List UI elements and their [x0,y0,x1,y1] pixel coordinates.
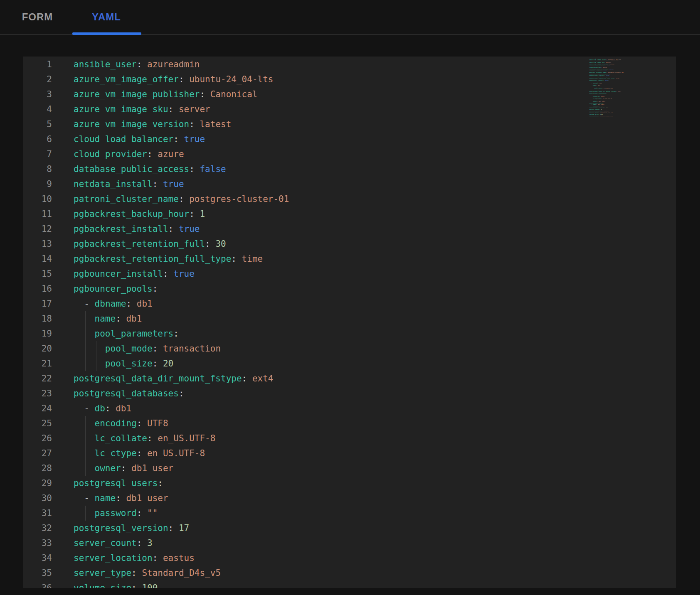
code-line[interactable]: 17 - dbname: db1 [23,296,676,311]
code-line[interactable]: 30 - name: db1_user [23,491,676,506]
line-number: 31 [23,506,74,521]
code-line[interactable]: 19 pool_parameters: [23,326,676,341]
code-line[interactable]: 11pgbackrest_backup_hour: 1 [23,207,676,221]
line-content: volume_size: 100 [74,580,676,588]
code-line[interactable]: 33server_count: 3 [23,536,676,551]
token-bool: true [604,70,607,71]
token-num: 3 [601,109,602,110]
indent-guide [85,416,86,431]
token-str: Canonical [210,89,258,99]
code-line[interactable]: 24 - db: db1 [23,401,676,416]
token-key: cloud_load_balancer [74,134,173,144]
code-line[interactable]: 34server_location: eastus [23,551,676,565]
token-punc: : [153,284,158,294]
indent-guide [85,326,86,341]
line-content: - name: db1_user [74,491,676,506]
token-key: netdata_install [589,70,602,71]
tab-form[interactable]: FORM [3,0,72,34]
token-key: pgbackrest_backup_hour [74,209,189,219]
code-line[interactable]: 1ansible_user: azureadmin [23,57,676,72]
line-content: pool_mode: transaction [74,341,676,356]
line-number: 5 [23,117,74,132]
indent-guide [75,431,75,446]
code-line[interactable]: 2azure_vm_image_offer: ubuntu-24_04-lts [23,72,676,87]
token-key: ansible_user [589,57,599,59]
token-num: 1 [609,74,610,75]
token-num: 100 [142,583,158,588]
code-line[interactable]: 28 owner: db1_user [23,461,676,476]
token-punc: : [137,538,147,548]
token-key: pgbouncer_install [589,80,604,81]
line-content: password: "" [74,506,676,521]
token-key: netdata_install [74,179,153,189]
token-bool: true [184,134,205,144]
token-key: patroni_cluster_name [74,194,179,204]
token-str: db1_user [126,493,168,503]
minimap[interactable]: ansible_user: azureadminazure_vm_image_o… [589,57,675,120]
code-line[interactable]: 16pgbouncer_pools: [23,281,676,296]
token-key: pool_parameters [95,329,174,339]
line-number: 11 [23,207,74,221]
token-str: ext4 [252,374,274,384]
token-key: postgresql_users [589,103,603,104]
token-num: 100 [600,114,603,115]
code-line[interactable]: 23postgresql_databases: [23,386,676,401]
token-key: postgresql_databases [74,388,179,398]
active-tab-indicator [72,32,141,35]
token-punc: : [153,179,163,189]
line-content: azure_vm_image_version: latest [74,117,676,132]
code-line[interactable]: 32postgresql_version: 17 [23,521,676,536]
line-number: 2 [23,72,74,87]
token-num: 17 [179,523,189,533]
code-line[interactable]: 7cloud_provider: azure [23,147,676,162]
line-content: pgbouncer_pools: [74,281,676,296]
line-content: lc_ctype: en_US.UTF-8 [74,446,676,461]
token-str: time [616,78,619,79]
code-line[interactable]: 6cloud_load_balancer: true [23,132,676,147]
line-number: 33 [23,536,74,551]
token-key: name [593,85,596,86]
token-punc: : [116,493,126,503]
code-line[interactable]: 13pgbackrest_retention_full: 30 [23,236,676,251]
code-line[interactable]: 20 pool_mode: transaction [23,341,676,356]
code-line[interactable]: 4azure_vm_image_sku: server [23,102,676,117]
indent-guide [75,311,75,326]
yaml-editor[interactable]: 1ansible_user: azureadmin2azure_vm_image… [23,57,676,588]
code-line[interactable]: 36volume_size: 100 [23,580,676,588]
token-key: azure_vm_image_offer [74,74,179,84]
code-line[interactable]: 12pgbackrest_install: true [23,221,676,236]
token-key: volume_type [589,116,599,117]
code-line[interactable]: 27 lc_ctype: en_US.UTF-8 [23,446,676,461]
code-line[interactable]: 9netdata_install: true [23,177,676,192]
line-content: patroni_cluster_name: postgres-cluster-0… [74,192,676,207]
code-line[interactable]: 8database_public_access: false [23,162,676,177]
token-key: name [95,493,116,503]
line-number: 3 [23,87,74,102]
code-line[interactable]: 35server_type: Standard_D4s_v5 [23,565,676,580]
code-line[interactable]: 31 password: "" [23,506,676,521]
line-number: 8 [23,162,74,177]
token-key: cloud_provider [589,67,601,68]
token-str: db1 [596,94,599,96]
token-punc: : [179,194,189,204]
code-line[interactable]: 22postgresql_data_dir_mount_fstype: ext4 [23,371,676,386]
tab-yaml[interactable]: YAML [72,0,141,34]
code-line[interactable]: 15pgbouncer_install: true [23,266,676,281]
code-line[interactable]: 29postgresql_users: [23,476,676,491]
code-line[interactable]: 10patroni_cluster_name: postgres-cluster… [23,192,676,207]
code-line[interactable]: 25 encoding: UTF8 [23,416,676,431]
code-line[interactable]: 5azure_vm_image_version: latest [23,117,676,132]
line-content: postgresql_databases: [74,386,676,401]
code-line[interactable]: 3azure_vm_image_publisher: Canonical [23,87,676,102]
token-key: server_location [589,111,602,112]
code-line[interactable]: 21 pool_size: 20 [23,356,676,371]
code-line[interactable]: 18 name: db1 [23,311,676,326]
token-key: server_type [589,112,599,113]
line-content: server_count: 3 [74,536,676,551]
token-key: pgbouncer_pools [74,284,153,294]
token-num: 17 [606,107,608,108]
code-line[interactable]: 14pgbackrest_retention_full_type: time [23,251,676,266]
token-punc: - [84,493,94,503]
token-key: azure_vm_image_offer [589,59,606,60]
code-line[interactable]: 26 lc_collate: en_US.UTF-8 [23,431,676,446]
